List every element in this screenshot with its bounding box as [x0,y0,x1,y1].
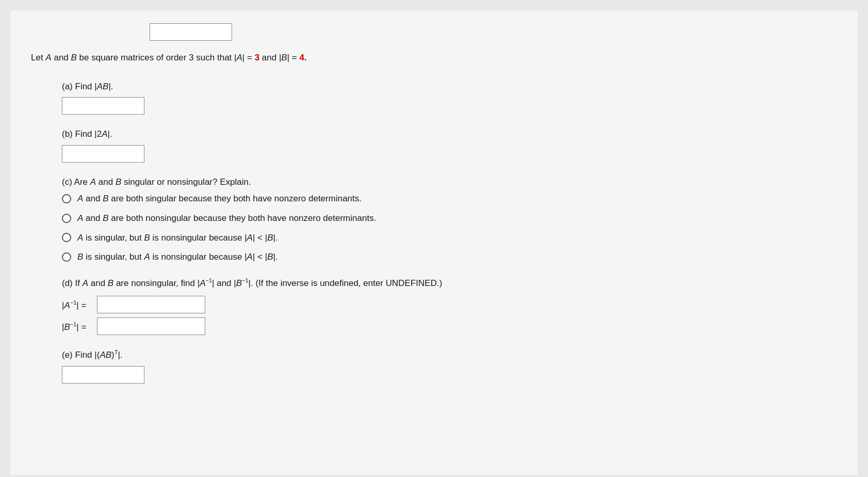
radio-label-2: A and B are both nonsingular because the… [77,212,376,225]
page-container: Let A and B be square matrices of order … [10,10,858,475]
part-c-label: (c) Are A and B singular or nonsingular?… [62,176,837,189]
radio-circle-3[interactable] [62,233,71,242]
radio-item-3[interactable]: A is singular, but B is nonsingular beca… [62,232,837,244]
part-b: (b) Find |2A|. [62,128,837,163]
radio-circle-4[interactable] [62,252,71,262]
top-answer-box[interactable] [150,23,232,41]
part-d-row-2: |B−1| = [62,317,837,335]
part-b-input[interactable] [62,145,144,163]
var-B: B [71,53,77,62]
part-d-label-A: |A−1| = [62,299,93,311]
problem-statement: Let A and B be square matrices of order … [31,51,837,65]
part-a-label: (a) Find |AB|. [62,80,837,93]
statement-text: Let A and B be square matrices of order … [31,53,307,62]
part-d: (d) If A and B are nonsingular, find |A−… [62,276,837,335]
part-a-input[interactable] [62,97,144,115]
radio-item-4[interactable]: B is singular, but A is nonsingular beca… [62,251,837,263]
value-A: 3 [255,53,259,62]
radio-item-1[interactable]: A and B are both singular because they b… [62,193,837,205]
part-b-label: (b) Find |2A|. [62,128,837,141]
radio-label-4: B is singular, but A is nonsingular beca… [77,251,278,263]
radio-circle-1[interactable] [62,194,71,203]
var-A: A [45,53,51,62]
radio-label-3: A is singular, but B is nonsingular beca… [77,232,278,244]
part-e: (e) Find |(AB)T|. [62,348,837,383]
radio-item-2[interactable]: A and B are both nonsingular because the… [62,212,837,225]
value-B: 4. [299,53,306,62]
part-e-label: (e) Find |(AB)T|. [62,348,837,361]
part-a: (a) Find |AB|. [62,80,837,115]
part-c: (c) Are A and B singular or nonsingular?… [62,176,837,264]
radio-circle-2[interactable] [62,214,71,223]
part-d-row-1: |A−1| = [62,296,837,313]
part-d-label: (d) If A and B are nonsingular, find |A−… [62,276,837,290]
part-d-input-A[interactable] [97,296,205,313]
part-d-input-B[interactable] [97,317,205,335]
part-e-input[interactable] [62,366,144,384]
radio-group: A and B are both singular because they b… [62,193,837,263]
radio-label-1: A and B are both singular because they b… [77,193,362,205]
part-d-label-B: |B−1| = [62,321,93,332]
